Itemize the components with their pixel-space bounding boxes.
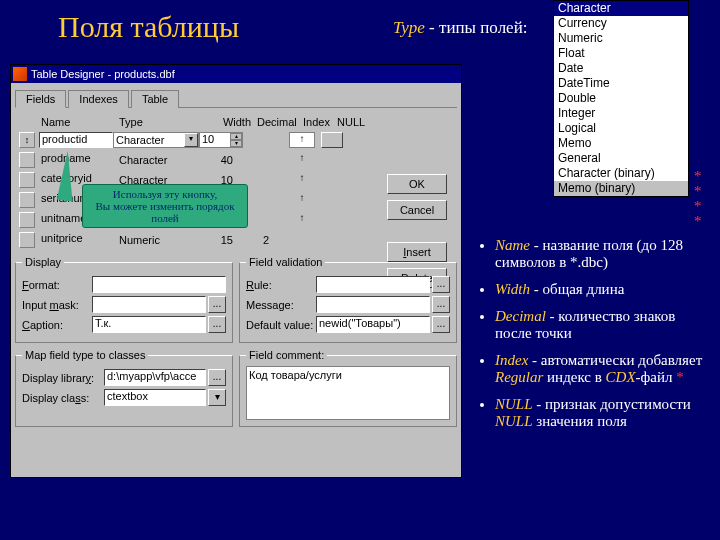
field-comment-textarea[interactable]: Код товара/услуги xyxy=(246,366,450,420)
chevron-down-icon[interactable]: ▾ xyxy=(184,133,198,147)
type-option[interactable]: Logical xyxy=(554,121,688,136)
type-option[interactable]: Memo xyxy=(554,136,688,151)
ok-button[interactable]: OK xyxy=(387,174,447,194)
tab-table[interactable]: Table xyxy=(131,90,179,108)
type-option[interactable]: Integer xyxy=(554,106,688,121)
rule-label: Rule: xyxy=(246,279,316,291)
chevron-down-icon[interactable]: ▾ xyxy=(208,389,226,406)
type-option[interactable]: DateTime xyxy=(554,76,688,91)
row-move-handle[interactable] xyxy=(19,172,35,188)
titlebar[interactable]: Table Designer - products.dbf xyxy=(11,65,461,83)
insert-rest: nsert xyxy=(406,246,430,258)
map-group: Display library:d:\myapp\vfp\acce... Dis… xyxy=(15,355,233,427)
row-move-handle[interactable] xyxy=(19,192,35,208)
tabstrip: Fields Indexes Table xyxy=(15,89,457,108)
row-move-handle[interactable] xyxy=(19,232,35,248)
field-index-combo[interactable]: ↑ xyxy=(289,132,315,148)
displaylib-input[interactable]: d:\myapp\vfp\acce xyxy=(104,369,206,386)
inputmask-label: Input mask: xyxy=(22,299,92,311)
field-index xyxy=(289,232,315,248)
default-input[interactable]: newid("Товары") xyxy=(316,316,430,333)
field-type: Character xyxy=(113,154,199,166)
field-width: 40 xyxy=(199,154,243,166)
field-null-toggle[interactable] xyxy=(321,132,343,148)
field-index: ↑ xyxy=(289,152,315,168)
explanation-bullets: Name - название поля (до 128 символов в … xyxy=(477,237,707,440)
slide-title: Поля таблицы xyxy=(58,10,239,44)
type-option[interactable]: Memo (binary) xyxy=(554,181,688,196)
default-label: Default value: xyxy=(246,319,316,331)
field-row[interactable]: ↕ productid Character▾ 10 ▴▾ ↑ xyxy=(19,130,453,150)
ellipsis-button[interactable]: ... xyxy=(432,276,450,293)
field-name[interactable]: unitprice xyxy=(39,232,113,248)
row-move-handle[interactable] xyxy=(19,212,35,228)
format-label: Format: xyxy=(22,279,92,291)
type-dropdown-list[interactable]: Character Currency Numeric Float Date Da… xyxy=(553,0,689,197)
field-row[interactable]: prodname Character 40 ↑ xyxy=(19,150,453,170)
type-option[interactable]: Character xyxy=(554,1,688,16)
row-move-handle[interactable] xyxy=(19,152,35,168)
caption-input[interactable]: Т.к. xyxy=(92,316,206,333)
type-option[interactable]: Date xyxy=(554,61,688,76)
field-width: 15 xyxy=(199,234,243,246)
ellipsis-button[interactable]: ... xyxy=(208,369,226,386)
type-option[interactable]: General xyxy=(554,151,688,166)
type-option[interactable]: Double xyxy=(554,91,688,106)
format-input[interactable] xyxy=(92,276,226,293)
red-markers: * * * * xyxy=(694,169,702,229)
type-sep: - xyxy=(425,18,439,37)
displaylib-label: Display library: xyxy=(22,372,104,384)
type-option[interactable]: Character (binary) xyxy=(554,166,688,181)
field-type-combo[interactable]: Character▾ xyxy=(113,132,199,148)
displayclass-label: Display class: xyxy=(22,392,104,404)
grid-header: Name Type Width Decimal Index NULL xyxy=(19,116,453,128)
ellipsis-button[interactable]: ... xyxy=(208,296,226,313)
display-group: Format: Input mask:... Caption:Т.к.... xyxy=(15,262,233,343)
ellipsis-button[interactable]: ... xyxy=(432,296,450,313)
window-title: Table Designer - products.dbf xyxy=(31,68,175,80)
field-width-spinner[interactable]: 10 ▴▾ xyxy=(199,132,243,148)
type-option[interactable]: Float xyxy=(554,46,688,61)
displayclass-combo[interactable]: ctextbox xyxy=(104,389,206,406)
hint-callout: Используя эту кнопку, Вы можете изменить… xyxy=(82,184,248,228)
tab-fields[interactable]: Fields xyxy=(15,90,66,108)
field-type: Numeric xyxy=(113,234,199,246)
field-index: ↑ xyxy=(289,212,315,228)
type-option[interactable]: Numeric xyxy=(554,31,688,46)
table-designer-window: Table Designer - products.dbf Fields Ind… xyxy=(10,64,462,478)
tab-indexes[interactable]: Indexes xyxy=(68,90,129,108)
message-label: Message: xyxy=(246,299,316,311)
type-header: Type - типы полей: xyxy=(393,18,528,38)
ellipsis-button[interactable]: ... xyxy=(432,316,450,333)
comment-group: Код товара/услуги xyxy=(239,355,457,427)
type-option[interactable]: Currency xyxy=(554,16,688,31)
field-index: ↑ xyxy=(289,172,315,188)
caption-label: Caption: xyxy=(22,319,92,331)
message-input[interactable] xyxy=(316,296,430,313)
row-move-handle[interactable]: ↕ xyxy=(19,132,35,148)
cancel-button[interactable]: Cancel xyxy=(387,200,447,220)
ellipsis-button[interactable]: ... xyxy=(208,316,226,333)
field-index: ↑ xyxy=(289,192,315,208)
type-term: Type xyxy=(393,18,425,37)
field-decimal: 2 xyxy=(243,234,289,246)
foxpro-icon xyxy=(13,67,27,81)
inputmask-input[interactable] xyxy=(92,296,206,313)
validation-group: Rule:... Message:... Default value:newid… xyxy=(239,262,457,343)
type-ru: типы полей: xyxy=(439,18,528,37)
insert-button[interactable]: Insert xyxy=(387,242,447,262)
rule-input[interactable] xyxy=(316,276,430,293)
